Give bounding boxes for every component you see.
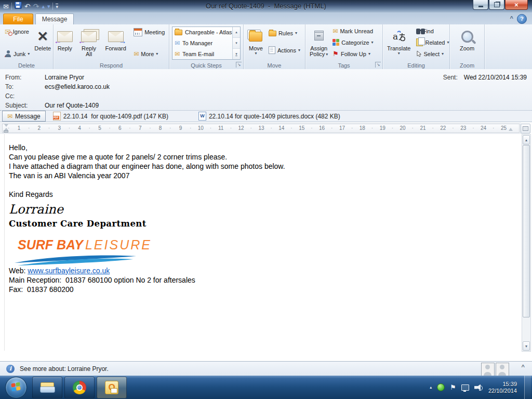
categorize-button[interactable]: Categorize ▾ [331,38,375,46]
message-content: Hello, Can you please give me a quote fo… [9,143,506,294]
taskbar-chrome-button[interactable] [64,377,95,398]
quick-step-team-email[interactable]: ✉ Team E-mail [175,51,232,57]
attachment-pdf[interactable]: 22.10.14 for quote-1409.pdf (147 KB) [53,112,168,121]
ruler-band: 1234567891011121314151617181920212223242… [0,123,521,135]
flag-pane [11,383,16,387]
reply-all-label: Reply All [79,46,98,57]
taskbar-clock[interactable]: 15:39 22/10/2014 [488,381,517,394]
move-folder-icon [249,32,262,42]
editing-group-stack: Find Related ▾ Select ▾ [414,25,451,60]
save-button[interactable] [15,2,22,11]
pdf-attachment-name: 22.10.14 for quote-1409.pdf (147 KB) [63,113,168,120]
delete-button[interactable]: ✕ Delete [32,25,53,60]
close-button[interactable]: ✕ [505,0,528,10]
surf-bay-leisure-logo: SURF BAYLEISURE [18,240,148,266]
follow-up-flag-icon: ⚑ [332,50,339,57]
forward-button[interactable]: → Forward [103,25,128,60]
minimize-ribbon-icon[interactable]: ^ [510,15,513,21]
start-button[interactable] [5,377,27,398]
website-link[interactable]: www.surfbayleisure.co.uk [28,267,110,275]
restore-button[interactable] [489,0,504,10]
ruler-toggle-button[interactable] [521,124,530,134]
redo-button[interactable]: ↷ [33,3,39,10]
respond-group-content: ← Reply ← Reply All → Forward Meeting [54,24,169,60]
actions-label: Actions [277,47,296,54]
ribbon-empty-space [485,24,532,69]
junk-button[interactable]: Junk ▾ [3,50,31,58]
more-button[interactable]: ✉ More ▾ [132,50,166,58]
follow-up-button[interactable]: ⚑ Follow Up ▾ [331,50,375,58]
ignore-button[interactable]: ✉ Ignore [3,28,31,36]
message-body[interactable]: Hello, Can you please give me a quote fo… [0,134,521,361]
customize-qat-button[interactable]: ▾ [56,4,58,9]
find-button[interactable]: Find [415,28,450,35]
minimize-button[interactable] [473,0,488,10]
ruler-numbers: 1234567891011121314151617181920212223242… [9,124,514,132]
logo-wave-swoosh [14,254,138,267]
ruler[interactable]: 1234567891011121314151617181920212223242… [2,124,520,133]
volume-icon[interactable] [474,384,481,391]
rules-button[interactable]: Rules ▾ [267,30,302,37]
quick-step-label: Chargeable - Atlas [185,29,232,35]
tab-file[interactable]: File [3,14,33,25]
network-icon[interactable] [461,384,469,391]
system-tray: ▴ ⚑ 15:39 22/10/2014 [430,376,532,399]
next-item-button[interactable]: ▾ [47,4,50,9]
action-center-flag-icon[interactable]: ⚑ [450,384,456,391]
scrollbar-track[interactable] [522,317,530,341]
help-button[interactable]: ? [517,14,527,24]
people-pane-text[interactable]: See more about: Lorraine Pryor. [20,365,109,373]
taskbar-outlook-button[interactable]: O [97,377,127,398]
ruler-number: 20 [393,124,413,132]
actions-button[interactable]: Actions ▾ [267,46,302,55]
left-indent-marker[interactable] [4,130,8,132]
meeting-button[interactable]: Meeting [132,28,166,37]
tray-status-icon[interactable] [437,383,445,391]
people-pane-collapse-icon[interactable]: ^ [522,364,525,370]
scrollbar-thumb[interactable] [523,145,530,317]
to-value[interactable]: ecs@efield.karoo.co.uk [45,82,110,91]
previous-item-button[interactable]: ▴ [42,4,45,9]
taskbar-explorer-button[interactable] [32,377,62,398]
web-line: Web: www.surfbayleisure.co.uk [9,266,506,275]
attachment-tab-message[interactable]: ✉ Message [2,111,46,122]
tags-dialog-launcher[interactable]: ↘ [375,62,381,68]
qat-separator [52,3,53,10]
ignore-icon: ✉ [5,28,11,35]
reception-line: Main Reception: 01837 680100 option No 2… [9,275,506,285]
first-line-indent-marker[interactable] [4,124,8,127]
avatar[interactable] [481,363,495,376]
quick-steps-dialog-launcher[interactable]: ↘ [236,62,242,68]
svg-text:a: a [393,31,398,42]
mark-unread-button[interactable]: ✉ Mark Unread [331,28,375,35]
show-desktop-button[interactable] [524,376,531,399]
show-hidden-icons-button[interactable]: ▴ [430,385,432,390]
quick-step-to-manager[interactable]: ✉ To Manager [175,40,232,46]
scroll-down-button[interactable]: ▾ [523,341,530,351]
move-button[interactable]: Move ▾ [247,25,265,60]
attachment-docx[interactable]: W 22.10.14 for quote-1409 pictures.docx … [198,112,340,121]
undo-button[interactable]: ↶ [24,3,31,10]
translate-button[interactable]: a Translate ▾ [385,25,413,60]
avatar[interactable] [496,363,509,376]
junk-label: Junk [14,51,25,57]
subject-value: Our ref Quote-1409 [45,101,99,110]
assign-policy-button[interactable]: Assign Policy ▾ [308,25,330,60]
reply-all-arrow-icon: ← [78,38,86,44]
quick-steps-scroll-bottom[interactable]: ▾ [233,49,240,59]
from-value[interactable]: Lorraine Pryor [45,73,84,82]
ribbon-group-move: Move ▾ Rules ▾ Actions ▾ Move [244,24,305,69]
tab-message[interactable]: Message [35,14,74,25]
related-button[interactable]: Related ▾ [415,38,450,47]
right-indent-marker[interactable] [509,128,513,131]
subject-label: Subject: [0,101,45,110]
quick-steps-scroll-down[interactable]: ▾ [233,38,240,49]
reply-button[interactable]: ← Reply [55,25,75,60]
quick-step-chargeable-atlas[interactable]: Chargeable - Atlas [175,29,232,35]
zoom-button[interactable]: Zoom [458,25,476,60]
quick-steps-scroll-up[interactable]: ▴ [233,27,240,38]
reply-all-button[interactable]: ← Reply All [77,25,100,60]
scroll-up-button[interactable]: ▴ [523,135,530,144]
select-button[interactable]: Select ▾ [415,50,450,58]
ribbon-group-zoom: Zoom Zoom [450,24,485,69]
